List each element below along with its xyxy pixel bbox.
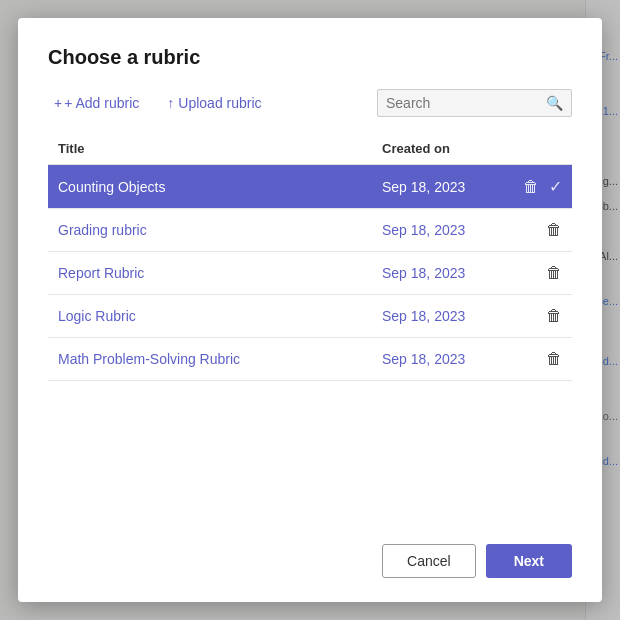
rubric-actions: 🗑 — [502, 338, 572, 381]
action-icons-group: 🗑 — [512, 350, 562, 368]
check-icon: ✓ — [549, 177, 562, 196]
rubric-title: Grading rubric — [48, 209, 372, 252]
rubric-date: Sep 18, 2023 — [372, 165, 502, 209]
action-icons-group: 🗑✓ — [512, 177, 562, 196]
action-icons-group: 🗑 — [512, 307, 562, 325]
rubric-actions: 🗑 — [502, 209, 572, 252]
table-row[interactable]: Counting ObjectsSep 18, 2023🗑✓ — [48, 165, 572, 209]
table-row[interactable]: Report RubricSep 18, 2023🗑 — [48, 252, 572, 295]
trash-icon[interactable]: 🗑 — [523, 178, 539, 196]
add-rubric-label: + Add rubric — [64, 95, 139, 111]
toolbar-left: + + Add rubric ↑ Upload rubric — [48, 91, 268, 115]
trash-icon[interactable]: 🗑 — [546, 307, 562, 325]
rubric-title: Logic Rubric — [48, 295, 372, 338]
rubric-actions: 🗑 — [502, 295, 572, 338]
col-actions — [502, 133, 572, 165]
rubric-title: Math Problem-Solving Rubric — [48, 338, 372, 381]
search-input[interactable] — [386, 95, 542, 111]
plus-icon: + — [54, 95, 62, 111]
rubric-date: Sep 18, 2023 — [372, 209, 502, 252]
trash-icon[interactable]: 🗑 — [546, 350, 562, 368]
add-rubric-button[interactable]: + + Add rubric — [48, 91, 145, 115]
upload-icon: ↑ — [167, 95, 174, 111]
table-header-row: Title Created on — [48, 133, 572, 165]
action-icons-group: 🗑 — [512, 221, 562, 239]
rubric-title: Report Rubric — [48, 252, 372, 295]
trash-icon[interactable]: 🗑 — [546, 221, 562, 239]
col-title: Title — [48, 133, 372, 165]
rubric-table-container: Title Created on Counting ObjectsSep 18,… — [48, 133, 572, 524]
action-icons-group: 🗑 — [512, 264, 562, 282]
rubric-table-body: Counting ObjectsSep 18, 2023🗑✓Grading ru… — [48, 165, 572, 381]
upload-rubric-label: Upload rubric — [178, 95, 261, 111]
modal-footer: Cancel Next — [48, 524, 572, 578]
trash-icon[interactable]: 🗑 — [546, 264, 562, 282]
table-row[interactable]: Logic RubricSep 18, 2023🗑 — [48, 295, 572, 338]
choose-rubric-modal: Choose a rubric + + Add rubric ↑ Upload … — [18, 18, 602, 602]
search-box[interactable]: 🔍 — [377, 89, 572, 117]
cancel-button[interactable]: Cancel — [382, 544, 476, 578]
modal-overlay: Choose a rubric + + Add rubric ↑ Upload … — [0, 0, 620, 620]
search-icon: 🔍 — [546, 95, 563, 111]
next-button[interactable]: Next — [486, 544, 572, 578]
rubric-actions: 🗑 — [502, 252, 572, 295]
table-row[interactable]: Math Problem-Solving RubricSep 18, 2023🗑 — [48, 338, 572, 381]
rubric-actions: 🗑✓ — [502, 165, 572, 209]
rubric-date: Sep 18, 2023 — [372, 295, 502, 338]
col-created: Created on — [372, 133, 502, 165]
rubric-date: Sep 18, 2023 — [372, 338, 502, 381]
modal-title: Choose a rubric — [48, 46, 572, 69]
upload-rubric-button[interactable]: ↑ Upload rubric — [161, 91, 267, 115]
table-row[interactable]: Grading rubricSep 18, 2023🗑 — [48, 209, 572, 252]
rubric-date: Sep 18, 2023 — [372, 252, 502, 295]
modal-toolbar: + + Add rubric ↑ Upload rubric 🔍 — [48, 89, 572, 117]
rubric-table: Title Created on Counting ObjectsSep 18,… — [48, 133, 572, 381]
rubric-title: Counting Objects — [48, 165, 372, 209]
